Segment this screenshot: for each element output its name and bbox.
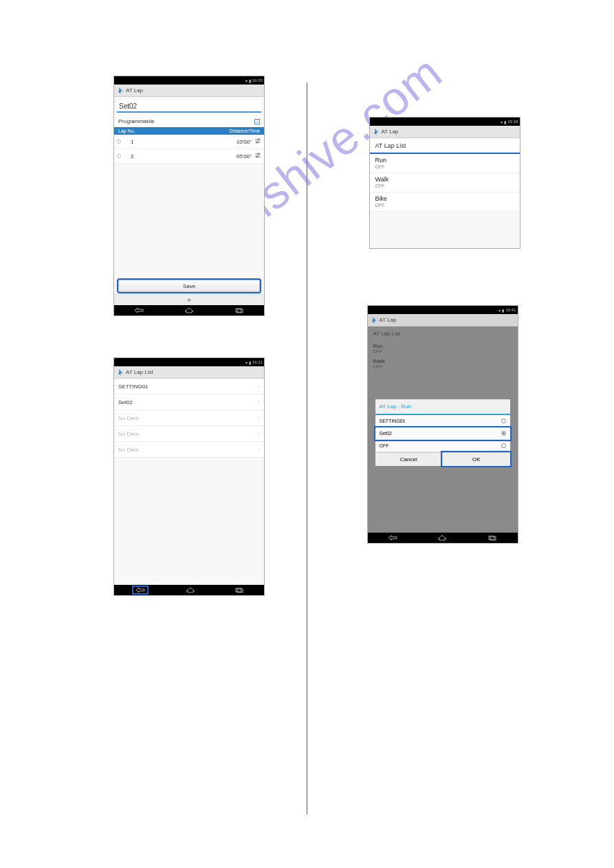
svg-rect-3	[256, 142, 258, 143]
lap-radio[interactable]	[117, 140, 121, 144]
column-divider	[307, 82, 307, 814]
recent-icon[interactable]	[234, 587, 245, 593]
battery-icon: ▮	[249, 78, 251, 83]
status-bar: ▾ ▮ 15:41	[368, 306, 518, 314]
app-header: AT Lap	[370, 126, 520, 138]
cancel-button[interactable]: Cancel	[375, 452, 443, 466]
activity-item-run[interactable]: Run OFF	[370, 154, 520, 173]
dialog-option[interactable]: SETTING01	[375, 415, 510, 427]
chevron-right-icon: ›	[258, 430, 260, 437]
clock-text: 15:41	[505, 308, 516, 312]
activity-label: Walk	[375, 176, 514, 183]
background-list: AT Lap List Run OFF Walk OFF	[368, 326, 518, 371]
back-icon[interactable]	[387, 535, 398, 541]
lap-row[interactable]: 2 05'00"	[114, 149, 264, 164]
add-lap-button[interactable]: +	[114, 294, 264, 305]
svg-rect-7	[256, 156, 258, 157]
section-title: AT Lap List	[368, 326, 518, 341]
list-item-label: SETTING01	[118, 383, 149, 390]
app-title: AT Lap	[380, 317, 397, 323]
battery-icon: ▮	[249, 360, 251, 365]
clock-text: 16:21	[252, 360, 263, 364]
option-label: SETTING01	[380, 419, 406, 423]
activity-item-walk[interactable]: Walk OFF	[370, 173, 520, 192]
option-label: OFF	[380, 443, 389, 448]
programmable-label: Programmable	[118, 118, 154, 124]
battery-icon: ▮	[504, 120, 506, 124]
activity-item-bike[interactable]: Bike OFF	[370, 192, 520, 212]
left-column: ▾ ▮ 16:20 AT Lap Set02 Programmable ✓ La…	[48, 76, 307, 596]
programmable-checkbox[interactable]: ✓	[254, 119, 260, 124]
activity-label: Walk	[373, 358, 512, 364]
sliders-icon[interactable]	[254, 137, 261, 146]
list-item-label: No Data	[118, 447, 138, 453]
list-item[interactable]: Set02 ›	[114, 394, 264, 410]
recent-icon[interactable]	[234, 307, 245, 313]
runner-icon	[117, 87, 124, 94]
lap-no-cell: 2	[131, 153, 133, 159]
wifi-icon: ▾	[245, 360, 248, 365]
android-navbar	[114, 585, 264, 595]
lap-radio[interactable]	[117, 154, 121, 158]
android-navbar	[114, 305, 264, 315]
clock-text: 16:20	[252, 78, 263, 82]
phone-screenshot-3: ▾ ▮ 15:38 AT Lap AT Lap List Run OFF Wal…	[369, 117, 520, 249]
lap-dt-cell: 10'00"	[237, 139, 252, 145]
radio-icon[interactable]	[501, 419, 506, 423]
save-button[interactable]: Save	[118, 280, 260, 292]
runner-icon	[371, 317, 377, 324]
chevron-right-icon: ›	[258, 446, 260, 453]
set-name-input[interactable]: Set02	[117, 100, 261, 113]
sliders-icon[interactable]	[254, 152, 261, 160]
list-item[interactable]: SETTING01 ›	[114, 379, 264, 394]
app-header: AT Lap	[368, 314, 518, 326]
battery-icon: ▮	[502, 308, 504, 313]
activity-item-run: Run OFF	[368, 341, 518, 356]
recent-icon[interactable]	[487, 535, 498, 541]
app-title: AT Lap	[382, 129, 399, 135]
lap-table-header: Lap No. Distance/Time	[114, 127, 264, 135]
list-item-empty: No Data ›	[114, 410, 264, 426]
section-title: AT Lap List	[370, 138, 520, 154]
status-bar: ▾ ▮ 16:20	[114, 76, 264, 85]
list-item-empty: No Data ›	[114, 442, 264, 458]
wifi-icon: ▾	[501, 120, 503, 124]
svg-rect-6	[258, 153, 259, 155]
svg-rect-2	[258, 139, 259, 140]
app-header: AT Lap	[114, 85, 264, 97]
app-title: AT Lap	[126, 87, 143, 93]
dialog-option-selected[interactable]: Set02	[375, 427, 510, 440]
phone-screenshot-4: ▾ ▮ 15:41 AT Lap AT Lap List Run OFF	[367, 305, 518, 544]
list-item-label: No Data	[118, 431, 138, 437]
activity-status: OFF	[375, 164, 514, 169]
activity-status: OFF	[373, 364, 512, 369]
activity-status: OFF	[373, 349, 512, 354]
screen-content: Set02 Programmable ✓ Lap No. Distance/Ti…	[114, 97, 264, 305]
app-header: AT Lap List	[114, 366, 264, 379]
status-bar: ▾ ▮ 15:38	[370, 118, 520, 126]
document-page: manualshive.com ▾ ▮ 16:20 AT Lap Set02 P…	[0, 0, 614, 596]
back-icon[interactable]	[133, 307, 144, 313]
back-icon[interactable]	[133, 587, 147, 593]
home-icon[interactable]	[184, 307, 195, 313]
home-icon[interactable]	[185, 587, 196, 593]
radio-icon[interactable]	[501, 443, 506, 448]
radio-icon-selected[interactable]	[501, 431, 506, 436]
activity-label: Run	[373, 343, 512, 349]
lap-row[interactable]: 1 10'00"	[114, 135, 264, 149]
dialog-buttons: Cancel OK	[375, 452, 510, 466]
screen-content-dimmed: AT Lap List Run OFF Walk OFF AT Lap : Ru…	[368, 326, 518, 533]
screen-content: AT Lap List Run OFF Walk OFF Bike OFF	[370, 138, 520, 248]
chevron-right-icon: ›	[258, 399, 260, 405]
ok-button[interactable]: OK	[442, 452, 510, 466]
runner-icon	[373, 129, 380, 135]
phone-screenshot-2: ▾ ▮ 16:21 AT Lap List SETTING01 › Set02 …	[113, 357, 265, 596]
android-navbar	[368, 533, 518, 543]
lap-dt-header: Distance/Time	[230, 129, 260, 133]
programmable-row[interactable]: Programmable ✓	[114, 115, 264, 127]
chevron-right-icon: ›	[258, 414, 260, 421]
home-icon[interactable]	[437, 535, 448, 541]
dialog-option[interactable]: OFF	[375, 440, 510, 452]
app-title: AT Lap List	[126, 369, 153, 375]
activity-label: Run	[375, 157, 514, 164]
